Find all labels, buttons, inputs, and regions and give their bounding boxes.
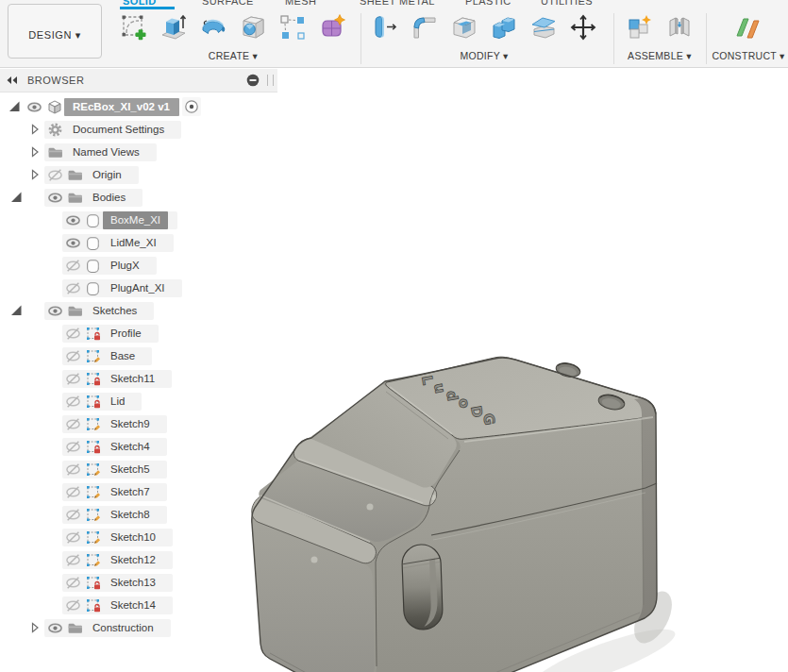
tree-item-sketch9[interactable]: Sketch9 xyxy=(0,412,283,435)
press-pull-button[interactable] xyxy=(366,9,404,49)
tree-item-sketch11[interactable]: Sketch11 xyxy=(0,367,283,390)
tree-item-sketch14[interactable]: Sketch14 xyxy=(0,594,283,616)
combine-icon xyxy=(490,13,518,45)
collapse-arrow-icon[interactable] xyxy=(25,303,44,319)
fillet-icon xyxy=(411,13,439,45)
shell-button[interactable] xyxy=(445,9,483,49)
browser-drag-grip[interactable] xyxy=(267,75,274,86)
tree-item-sketch10[interactable]: Sketch10 xyxy=(0,526,283,548)
body-icon xyxy=(83,280,103,296)
visibility-eye-icon[interactable] xyxy=(63,462,83,478)
move-copy-button[interactable] xyxy=(564,9,602,49)
tree-item-document-settings[interactable]: Document Settings xyxy=(0,118,283,141)
visibility-eye-icon[interactable] xyxy=(45,620,65,636)
tree-item-sketch4[interactable]: Sketch4 xyxy=(0,435,283,458)
visibility-eye-icon[interactable] xyxy=(63,235,83,251)
visibility-eye-icon[interactable] xyxy=(45,190,65,206)
revolve-button[interactable] xyxy=(194,9,232,49)
visibility-eye-icon[interactable] xyxy=(63,552,83,568)
tab-utilities[interactable]: UTILITIES xyxy=(541,0,593,7)
collapse-arrow-icon[interactable] xyxy=(25,190,44,206)
tree-item-construction[interactable]: Construction xyxy=(0,616,283,639)
joint-button[interactable] xyxy=(661,9,698,49)
rectangular-pattern-button[interactable] xyxy=(274,9,311,49)
tree-item-label: Sketches xyxy=(85,302,144,320)
browser-collapse-icon[interactable] xyxy=(6,76,18,85)
tab-surface[interactable]: SURFACE xyxy=(202,0,254,7)
extrude-button[interactable] xyxy=(155,9,193,49)
construct-plane-button[interactable] xyxy=(729,9,767,49)
hole-button[interactable] xyxy=(234,9,272,49)
workspace-switcher-label: DESIGN ▾ xyxy=(28,29,81,42)
visibility-eye-icon[interactable] xyxy=(63,484,83,500)
sketch-locked-icon xyxy=(83,575,103,591)
visibility-eye-icon[interactable] xyxy=(63,507,83,523)
visibility-eye-icon[interactable] xyxy=(63,394,83,410)
visibility-eye-icon[interactable] xyxy=(63,371,83,387)
workspace-switcher-button[interactable]: DESIGN ▾ xyxy=(8,4,102,59)
visibility-eye-icon[interactable] xyxy=(25,99,44,115)
visibility-eye-icon[interactable] xyxy=(63,212,83,228)
tab-mesh[interactable]: MESH xyxy=(285,0,316,7)
move-copy-icon xyxy=(569,13,597,45)
tree-item-label: Bodies xyxy=(85,189,133,207)
visibility-eye-icon[interactable] xyxy=(45,303,65,319)
activate-component-radio[interactable] xyxy=(182,97,201,116)
tree-item-named-views[interactable]: Named Views xyxy=(0,141,283,163)
tree-item-sketch5[interactable]: Sketch5 xyxy=(0,458,283,480)
visibility-eye-icon[interactable] xyxy=(63,258,83,274)
3d-model-recbox[interactable]: L u d o D G xyxy=(226,347,679,672)
tree-item-sketch13[interactable]: Sketch13 xyxy=(0,571,283,594)
tree-item-bodies[interactable]: Bodies xyxy=(0,186,283,209)
toolbar-group-modify: MODIFY ▾ xyxy=(366,9,602,61)
sketch-locked-icon xyxy=(83,371,103,387)
create-form-button[interactable] xyxy=(313,9,351,49)
visibility-eye-icon[interactable] xyxy=(63,416,83,432)
visibility-eye-icon[interactable] xyxy=(63,326,83,342)
tree-item-sketch12[interactable]: Sketch12 xyxy=(0,548,283,571)
tree-item-plugx[interactable]: PlugX xyxy=(0,254,283,277)
tree-item-lidme-xi[interactable]: LidMe_XI xyxy=(0,231,283,254)
folder-icon xyxy=(65,303,85,319)
tab-solid[interactable]: SOLID xyxy=(123,0,157,7)
tree-item-sketch7[interactable]: Sketch7 xyxy=(0,480,283,503)
expand-arrow-icon[interactable] xyxy=(25,122,44,138)
tree-item-label: Profile xyxy=(103,325,149,343)
tree-item-origin[interactable]: Origin xyxy=(0,163,283,186)
tree-item-recbox-xi-v02-v1[interactable]: REcBox_XI_v02 v1 xyxy=(0,95,283,118)
assemble-group-label[interactable]: ASSEMBLE ▾ xyxy=(628,50,692,61)
visibility-eye-icon[interactable] xyxy=(63,348,83,364)
expand-arrow-icon[interactable] xyxy=(25,167,44,183)
tab-plastic[interactable]: PLASTIC xyxy=(465,0,511,7)
visibility-eye-icon[interactable] xyxy=(45,167,65,183)
sketch-editable-icon xyxy=(83,552,103,568)
fillet-button[interactable] xyxy=(406,9,444,49)
tree-item-plugant-xi[interactable]: PlugAnt_XI xyxy=(0,277,283,299)
visibility-eye-icon[interactable] xyxy=(63,439,83,455)
tree-item-sketches[interactable]: Sketches xyxy=(0,299,283,322)
create-sketch-button[interactable] xyxy=(115,9,153,49)
construct-group-label[interactable]: CONSTRUCT ▾ xyxy=(712,50,784,61)
expand-arrow-icon[interactable] xyxy=(25,620,44,636)
tree-item-profile[interactable]: Profile xyxy=(0,322,283,344)
create-group-label[interactable]: CREATE ▾ xyxy=(209,50,258,61)
sketch-editable-icon xyxy=(83,416,103,432)
split-body-button[interactable] xyxy=(525,9,562,49)
combine-button[interactable] xyxy=(485,9,523,49)
visibility-eye-icon[interactable] xyxy=(63,529,83,546)
body-icon xyxy=(83,258,103,274)
modify-group-label[interactable]: MODIFY ▾ xyxy=(460,50,508,61)
tree-item-base[interactable]: Base xyxy=(0,344,283,367)
browser-minimize-icon[interactable] xyxy=(246,74,260,87)
expand-arrow-icon[interactable] xyxy=(25,144,44,160)
visibility-eye-icon[interactable] xyxy=(63,280,83,296)
visibility-eye-icon[interactable] xyxy=(63,575,83,591)
shell-icon xyxy=(450,13,478,45)
collapse-arrow-icon[interactable] xyxy=(4,99,24,115)
new-component-button[interactable] xyxy=(621,9,659,49)
tree-item-lid[interactable]: Lid xyxy=(0,390,283,412)
tree-item-sketch8[interactable]: Sketch8 xyxy=(0,503,283,526)
tree-item-boxme-xi[interactable]: BoxMe_XI xyxy=(0,209,283,231)
tab-sheet-metal[interactable]: SHEET METAL xyxy=(360,0,435,7)
visibility-eye-icon[interactable] xyxy=(63,597,83,613)
